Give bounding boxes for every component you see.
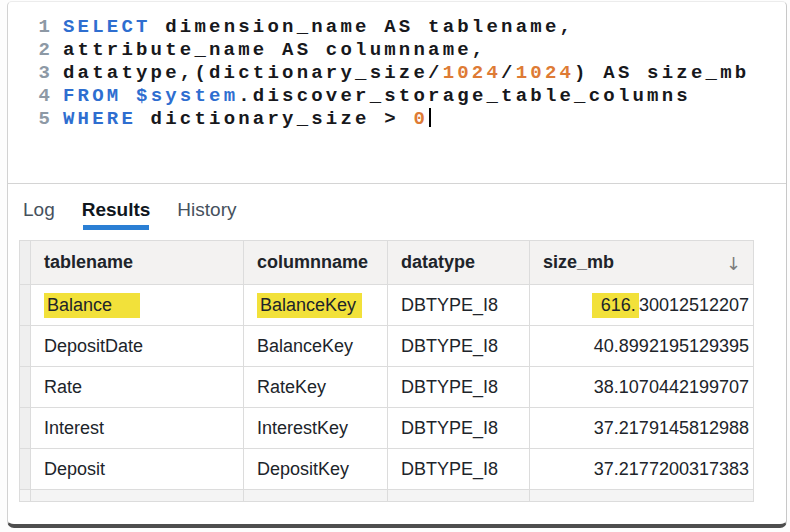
code-number: 1024 xyxy=(443,62,501,84)
cell-text: 30012512207 xyxy=(639,295,749,315)
highlight-marker: BalanceKey xyxy=(257,293,362,318)
table-cell[interactable]: Deposit xyxy=(31,449,244,490)
row-selector-header[interactable] xyxy=(20,241,31,285)
code-plain: dimension_name AS tablename, xyxy=(151,16,574,38)
code-line: 2attribute_name AS columnname, xyxy=(8,39,782,62)
app-frame: 1SELECT dimension_name AS tablename,2att… xyxy=(7,1,787,528)
column-header-datatype[interactable]: datatype xyxy=(388,241,530,285)
table-cell[interactable]: DBTYPE_I8 xyxy=(388,285,530,326)
code-text: attribute_name AS columnname, xyxy=(63,39,486,62)
code-keyword: $system xyxy=(136,85,238,107)
table-cell[interactable]: 616.30012512207 xyxy=(530,285,754,326)
table-cell[interactable]: DepositDate xyxy=(31,326,244,367)
table-row-partial xyxy=(20,490,754,502)
code-text: WHERE dictionary_size > 0 xyxy=(63,108,431,131)
text-cursor xyxy=(429,108,431,127)
table-cell[interactable]: 38.1070442199707 xyxy=(530,367,754,408)
line-number: 4 xyxy=(8,85,53,108)
table-row[interactable]: BalanceBalanceKeyDBTYPE_I8616.3001251220… xyxy=(20,285,754,326)
code-text: FROM $system.discover_storage_table_colu… xyxy=(63,85,691,108)
cell-text: 37.2179145812988 xyxy=(594,418,749,438)
cell-text: 38.1070442199707 xyxy=(594,377,749,397)
table-cell xyxy=(244,490,388,502)
code-plain: datatype,(dictionary_size/ xyxy=(63,62,443,84)
cell-text: 37.2177200317383 xyxy=(594,459,749,479)
code-keyword: WHERE xyxy=(63,108,136,130)
table-row[interactable]: DepositDateBalanceKeyDBTYPE_I840.8992195… xyxy=(20,326,754,367)
table-cell[interactable]: DBTYPE_I8 xyxy=(388,326,530,367)
code-plain: / xyxy=(501,62,516,84)
cell-text: DBTYPE_I8 xyxy=(401,295,498,315)
row-selector[interactable] xyxy=(20,408,31,449)
row-selector[interactable] xyxy=(20,285,31,326)
table-cell[interactable]: Interest xyxy=(31,408,244,449)
table-header-row: tablenamecolumnnamedatatypesize_mb↓ xyxy=(20,241,754,285)
table-row[interactable]: InterestInterestKeyDBTYPE_I837.217914581… xyxy=(20,408,754,449)
table-cell[interactable]: DepositKey xyxy=(244,449,388,490)
table-cell[interactable]: DBTYPE_I8 xyxy=(388,367,530,408)
cell-text: DepositKey xyxy=(257,459,349,479)
code-number: 1024 xyxy=(516,62,574,84)
row-selector[interactable] xyxy=(20,449,31,490)
table-row[interactable]: DepositDepositKeyDBTYPE_I837.21772003173… xyxy=(20,449,754,490)
line-number: 1 xyxy=(8,16,53,39)
code-plain: ) AS size_mb xyxy=(574,62,749,84)
row-selector xyxy=(20,490,31,502)
column-header-columnname[interactable]: columnname xyxy=(244,241,388,285)
pane-divider xyxy=(8,183,786,184)
table-cell[interactable]: RateKey xyxy=(244,367,388,408)
cell-text: Interest xyxy=(44,418,104,438)
table-cell[interactable]: Balance xyxy=(31,285,244,326)
cell-text: DBTYPE_I8 xyxy=(401,336,498,356)
table-cell[interactable]: BalanceKey xyxy=(244,326,388,367)
highlight-marker: 616. xyxy=(592,293,639,318)
table-cell xyxy=(530,490,754,502)
line-number: 5 xyxy=(8,108,53,131)
column-header-label: tablename xyxy=(44,252,133,272)
table-cell[interactable]: DBTYPE_I8 xyxy=(388,449,530,490)
cell-text: InterestKey xyxy=(257,418,348,438)
tab-results[interactable]: Results xyxy=(82,199,151,230)
code-plain xyxy=(121,85,136,107)
table-cell[interactable]: 37.2179145812988 xyxy=(530,408,754,449)
code-plain: attribute_name AS columnname, xyxy=(63,39,486,61)
code-plain: dictionary_size > xyxy=(136,108,413,130)
row-selector[interactable] xyxy=(20,367,31,408)
code-plain: .discover_storage_table_columns xyxy=(238,85,691,107)
code-line: 1SELECT dimension_name AS tablename, xyxy=(8,16,782,39)
column-header-label: datatype xyxy=(401,252,475,272)
results-table: tablenamecolumnnamedatatypesize_mb↓ Bala… xyxy=(19,240,754,502)
tab-history[interactable]: History xyxy=(177,199,236,230)
table-cell[interactable]: InterestKey xyxy=(244,408,388,449)
line-number: 3 xyxy=(8,62,53,85)
table-cell xyxy=(31,490,244,502)
table-cell[interactable]: BalanceKey xyxy=(244,285,388,326)
code-line: 5WHERE dictionary_size > 0 xyxy=(8,108,782,131)
table-cell[interactable]: 37.2177200317383 xyxy=(530,449,754,490)
table-cell[interactable]: 40.8992195129395 xyxy=(530,326,754,367)
code-keyword: SELECT xyxy=(63,16,151,38)
table-cell xyxy=(388,490,530,502)
cell-text: DBTYPE_I8 xyxy=(401,418,498,438)
screenshot-root: 1SELECT dimension_name AS tablename,2att… xyxy=(0,0,790,532)
table-cell[interactable]: DBTYPE_I8 xyxy=(388,408,530,449)
code-text: SELECT dimension_name AS tablename, xyxy=(63,16,574,39)
cell-text: Deposit xyxy=(44,459,105,479)
sort-descending-icon[interactable]: ↓ xyxy=(726,252,741,273)
table-cell[interactable]: Rate xyxy=(31,367,244,408)
results-tab-bar: LogResultsHistory xyxy=(23,199,236,230)
cell-text: BalanceKey xyxy=(257,336,353,356)
cell-text: 40.8992195129395 xyxy=(594,336,749,356)
code-text: datatype,(dictionary_size/1024/1024) AS … xyxy=(63,62,749,85)
code-number: 0 xyxy=(413,108,428,130)
code-line: 4FROM $system.discover_storage_table_col… xyxy=(8,85,782,108)
line-number: 2 xyxy=(8,39,53,62)
row-selector[interactable] xyxy=(20,326,31,367)
tab-log[interactable]: Log xyxy=(23,199,55,230)
code-keyword: FROM xyxy=(63,85,121,107)
column-header-size_mb[interactable]: size_mb↓ xyxy=(530,241,754,285)
column-header-tablename[interactable]: tablename xyxy=(31,241,244,285)
table-row[interactable]: RateRateKeyDBTYPE_I838.1070442199707 xyxy=(20,367,754,408)
cell-text: DBTYPE_I8 xyxy=(401,459,498,479)
query-code-editor[interactable]: 1SELECT dimension_name AS tablename,2att… xyxy=(8,16,782,131)
